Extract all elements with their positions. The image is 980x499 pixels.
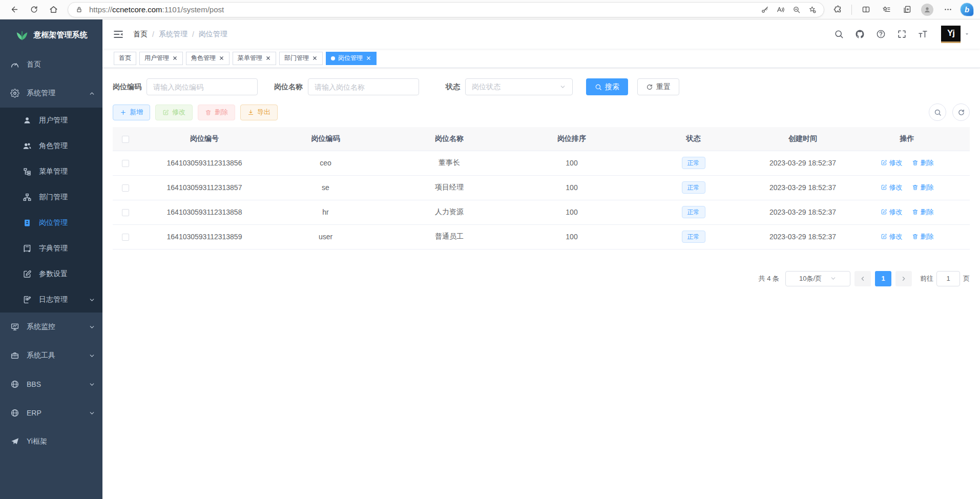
post-name-input[interactable] — [308, 78, 419, 95]
browser-menu-button[interactable] — [940, 2, 956, 17]
sidebar-item-label: 日志管理 — [39, 295, 68, 304]
page-number-button[interactable]: 1 — [875, 271, 891, 286]
add-favorite-icon[interactable] — [808, 6, 817, 14]
search-icon[interactable] — [834, 29, 844, 39]
reset-button[interactable]: 重置 — [637, 78, 679, 95]
collections-button[interactable] — [899, 2, 915, 17]
close-icon[interactable] — [219, 55, 224, 61]
row-checkbox[interactable] — [122, 184, 129, 192]
close-icon[interactable] — [265, 55, 271, 61]
row-checkbox[interactable] — [122, 209, 129, 216]
tab-home[interactable]: 首页 — [114, 52, 136, 65]
goto-page-input[interactable] — [936, 271, 960, 286]
select-all-checkbox[interactable] — [122, 136, 129, 143]
toolbox-icon — [10, 351, 19, 360]
col-actions: 操作 — [844, 127, 970, 151]
row-delete-link[interactable]: 删除 — [912, 207, 934, 217]
close-icon[interactable] — [312, 55, 318, 61]
show-search-toggle-button[interactable] — [929, 103, 946, 121]
sidebar-item-monitor[interactable]: 系统监控 — [0, 313, 102, 341]
row-edit-link[interactable]: 修改 — [881, 158, 903, 168]
sidebar-item-bbs[interactable]: BBS — [0, 370, 102, 399]
sidebar-item-system[interactable]: 系统管理 — [0, 79, 102, 108]
sidebar-item-dict-mgmt[interactable]: 字典管理 — [0, 236, 102, 261]
extensions-button[interactable] — [829, 2, 846, 17]
delete-button[interactable]: 删除 — [198, 105, 235, 120]
sidebar-item-role-mgmt[interactable]: 角色管理 — [0, 133, 102, 159]
sidebar-item-label: ERP — [27, 409, 41, 417]
export-button[interactable]: 导出 — [240, 105, 278, 120]
tab-post-mgmt[interactable]: 岗位管理 — [326, 52, 377, 65]
row-delete-link[interactable]: 删除 — [912, 183, 934, 192]
browser-refresh-button[interactable] — [25, 2, 43, 17]
post-table: 岗位编号 岗位编码 岗位名称 岗位排序 状态 创建时间 操作 164103059… — [113, 127, 970, 249]
sidebar-item-post-mgmt[interactable]: 岗位管理 — [0, 210, 102, 236]
sidebar-item-label: 角色管理 — [39, 141, 68, 151]
row-delete-link[interactable]: 删除 — [912, 158, 934, 168]
url-text[interactable]: https://ccnetcore.com:1101/system/post — [89, 5, 755, 14]
add-button[interactable]: 新增 — [113, 105, 150, 120]
address-bar[interactable]: https://ccnetcore.com:1101/system/post — [68, 2, 824, 17]
breadcrumb-system[interactable]: 系统管理 — [159, 30, 187, 39]
table-row[interactable]: 1641030593112313858 hr 人力资源 100 正常 2023-… — [113, 200, 970, 224]
password-key-icon[interactable] — [761, 6, 769, 14]
sidebar-item-menu-mgmt[interactable]: 菜单管理 — [0, 159, 102, 184]
sidebar-item-tools[interactable]: 系统工具 — [0, 341, 102, 370]
fullscreen-icon[interactable] — [897, 29, 907, 39]
font-size-icon[interactable] — [918, 29, 928, 39]
zoom-out-icon[interactable] — [793, 6, 801, 14]
sidebar-collapse-icon[interactable] — [113, 29, 124, 40]
browser-home-button[interactable] — [44, 2, 62, 17]
sidebar-item-dept-mgmt[interactable]: 部门管理 — [0, 184, 102, 210]
sidebar-item-label: 参数设置 — [39, 269, 68, 279]
prev-page-button[interactable] — [854, 271, 871, 286]
close-icon[interactable] — [172, 55, 178, 61]
gear-icon — [10, 89, 19, 98]
table-row[interactable]: 1641030593112313857 se 项目经理 100 正常 2023-… — [113, 175, 970, 200]
help-icon[interactable] — [876, 29, 886, 39]
status-select[interactable]: 岗位状态 — [465, 78, 573, 95]
breadcrumb-post: 岗位管理 — [199, 30, 227, 39]
tab-dept-mgmt[interactable]: 部门管理 — [279, 52, 323, 65]
tab-role-mgmt[interactable]: 角色管理 — [186, 52, 230, 65]
table-row[interactable]: 1641030593112313856 ceo 董事长 100 正常 2023-… — [113, 151, 970, 175]
browser-back-button[interactable] — [5, 2, 24, 17]
badge-icon — [23, 218, 32, 227]
favorites-button[interactable] — [878, 2, 894, 17]
sidebar-item-yi-framework[interactable]: Yi框架 — [0, 427, 102, 456]
tab-user-mgmt[interactable]: 用户管理 — [139, 52, 183, 65]
row-delete-link[interactable]: 删除 — [912, 232, 934, 241]
paper-plane-icon — [10, 437, 19, 446]
row-checkbox[interactable] — [122, 160, 129, 167]
tab-menu-mgmt[interactable]: 菜单管理 — [233, 52, 276, 65]
copilot-icon[interactable]: b — [960, 3, 974, 16]
page-unit-label: 页 — [963, 274, 970, 283]
post-name-label: 岗位名称 — [274, 82, 303, 92]
read-aloud-icon[interactable] — [777, 6, 785, 14]
avatar: Yj — [941, 26, 961, 43]
sidebar-item-user-mgmt[interactable]: 用户管理 — [0, 108, 102, 133]
edit-button[interactable]: 修改 — [155, 105, 193, 120]
table-row[interactable]: 1641030593112313859 user 普通员工 100 正常 202… — [113, 224, 970, 249]
search-button[interactable]: 搜索 — [586, 78, 628, 95]
split-screen-button[interactable] — [858, 2, 874, 17]
globe-icon — [10, 380, 19, 389]
github-icon[interactable] — [855, 29, 865, 39]
close-icon[interactable] — [366, 55, 371, 61]
browser-profile-button[interactable] — [919, 2, 935, 17]
caret-down-icon — [964, 31, 970, 37]
row-edit-link[interactable]: 修改 — [881, 183, 903, 192]
sidebar-item-log-mgmt[interactable]: 日志管理 — [0, 287, 102, 313]
next-page-button[interactable] — [895, 271, 912, 286]
row-edit-link[interactable]: 修改 — [881, 232, 903, 241]
sidebar-item-erp[interactable]: ERP — [0, 399, 102, 427]
breadcrumb-home[interactable]: 首页 — [133, 30, 148, 39]
refresh-table-button[interactable] — [952, 103, 970, 121]
post-code-input[interactable] — [147, 78, 258, 95]
user-avatar-dropdown[interactable]: Yj — [941, 26, 970, 43]
row-edit-link[interactable]: 修改 — [881, 207, 903, 217]
sidebar-item-home[interactable]: 首页 — [0, 50, 102, 79]
sidebar-item-param-settings[interactable]: 参数设置 — [0, 261, 102, 287]
row-checkbox[interactable] — [122, 234, 129, 241]
page-size-select[interactable]: 10条/页 — [785, 271, 850, 286]
